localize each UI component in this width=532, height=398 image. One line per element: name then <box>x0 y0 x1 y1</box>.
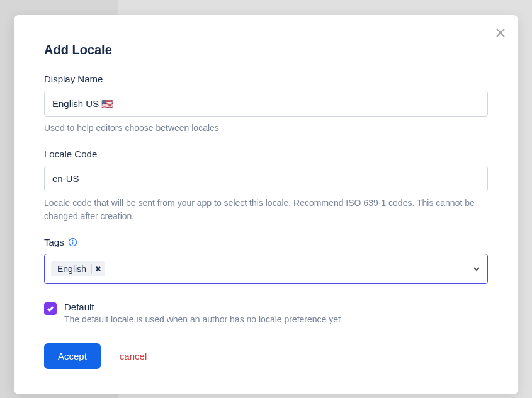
tag-chip-label: English <box>57 264 86 274</box>
locale-code-help: Locale code that will be sent from your … <box>44 196 488 223</box>
svg-rect-2 <box>72 242 73 245</box>
tags-label-text: Tags <box>44 237 64 247</box>
display-name-input[interactable] <box>44 91 488 117</box>
default-checkbox-row: Default The default locale is used when … <box>44 302 488 324</box>
svg-point-1 <box>72 240 73 241</box>
tag-chip: English <box>51 261 105 276</box>
tags-label: Tags <box>44 237 488 247</box>
cancel-button[interactable]: cancel <box>120 351 147 361</box>
display-name-field-group: Display Name Used to help editors choose… <box>44 74 488 135</box>
tags-input[interactable]: English <box>44 254 488 284</box>
accept-button[interactable]: Accept <box>44 343 101 369</box>
display-name-help: Used to help editors choose between loca… <box>44 122 488 135</box>
button-row: Accept cancel <box>44 343 488 369</box>
check-icon <box>47 305 54 312</box>
chevron-down-icon <box>472 264 481 273</box>
default-checkbox-help: The default locale is used when an autho… <box>64 314 488 324</box>
display-name-label: Display Name <box>44 74 488 84</box>
default-checkbox-label: Default <box>64 302 488 312</box>
locale-code-label: Locale Code <box>44 149 488 159</box>
close-button[interactable] <box>494 26 507 39</box>
tag-remove-button[interactable] <box>91 264 101 274</box>
tags-dropdown-toggle[interactable] <box>472 264 481 273</box>
close-icon <box>495 28 506 38</box>
info-icon[interactable] <box>68 237 77 247</box>
default-checkbox-content: Default The default locale is used when … <box>64 302 488 324</box>
locale-code-field-group: Locale Code Locale code that will be sen… <box>44 149 488 223</box>
default-checkbox[interactable] <box>44 302 57 315</box>
modal-title: Add Locale <box>44 43 488 57</box>
remove-icon <box>96 266 101 271</box>
tags-container: English <box>51 261 105 276</box>
tags-field-group: Tags English <box>44 237 488 284</box>
locale-code-input[interactable] <box>44 166 488 191</box>
add-locale-modal: Add Locale Display Name Used to help edi… <box>14 15 518 394</box>
